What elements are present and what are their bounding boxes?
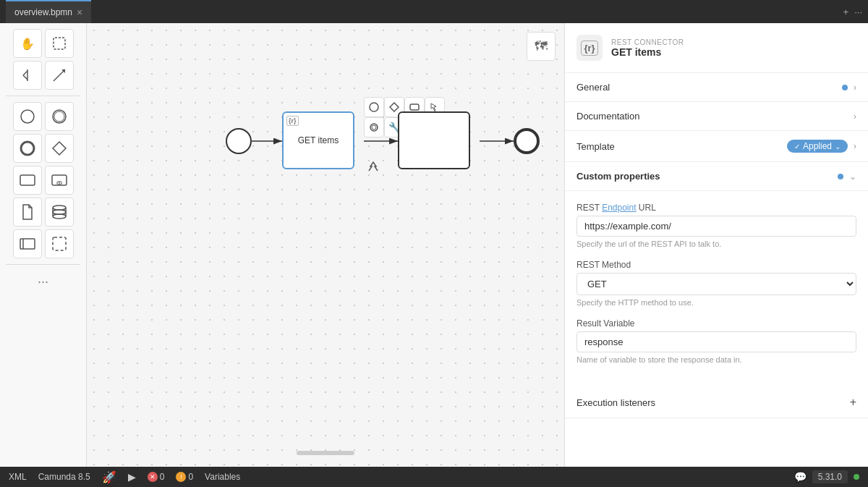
new-tab-button[interactable]: + <box>843 7 849 17</box>
execution-listeners-header[interactable]: Execution listeners + <box>565 387 868 418</box>
online-indicator <box>854 474 859 480</box>
ctx-circle2-btn[interactable] <box>364 117 384 137</box>
documentation-section-header[interactable]: Documentation › <box>565 102 868 130</box>
general-section: General › <box>565 73 868 102</box>
tool-row-2 <box>6 61 80 90</box>
group-button[interactable] <box>45 229 74 258</box>
more-tools-button[interactable]: ··· <box>6 271 80 292</box>
intermediate-event-button[interactable] <box>45 102 74 131</box>
mid-task[interactable] <box>398 111 470 169</box>
space-tool-button[interactable] <box>13 61 42 90</box>
execution-listeners-section: Execution listeners + <box>565 387 868 418</box>
general-chevron: › <box>854 82 856 93</box>
tool-row-6 <box>6 198 80 226</box>
template-section-title: Template <box>576 141 615 152</box>
tab-close-button[interactable]: × <box>77 7 82 18</box>
custom-properties-title: Custom properties <box>576 171 660 182</box>
notification-button[interactable]: 💬 <box>794 471 807 483</box>
warning-count-label: 0 <box>188 472 193 482</box>
badge-label: Applied <box>803 141 832 151</box>
service-task-get-items[interactable]: {r} GET items <box>282 111 354 169</box>
task-button[interactable] <box>13 166 42 195</box>
ctx-arrow-icon <box>367 161 379 174</box>
title-bar-actions: + ··· <box>843 7 862 17</box>
format-label: XML <box>9 472 27 482</box>
lasso-tool-button[interactable] <box>45 29 74 58</box>
custom-properties-content: REST Endpoint URL Specify the url of the… <box>565 191 868 387</box>
template-section-right: ✓ Applied ⌄ › <box>787 140 856 153</box>
general-section-right: › <box>842 82 856 93</box>
panel-connector-icon: {r} <box>576 35 603 61</box>
right-panel: {r} REST CONNECTOR GET items General › D… <box>564 23 868 467</box>
svg-line-2 <box>23 71 27 75</box>
gateway-button[interactable] <box>45 134 74 163</box>
minimap-button[interactable]: 🗺 <box>527 32 556 61</box>
ctx-circle-btn[interactable] <box>364 97 384 117</box>
general-section-header[interactable]: General › <box>565 73 868 101</box>
svg-point-31 <box>372 125 376 130</box>
error-count: ✕ 0 <box>148 472 165 482</box>
end-event[interactable] <box>514 128 540 154</box>
svg-rect-22 <box>53 237 66 250</box>
documentation-section: Documentation › <box>565 102 868 131</box>
svg-point-27 <box>370 103 378 111</box>
svg-point-15 <box>53 206 66 210</box>
svg-point-19 <box>53 210 66 214</box>
play-button[interactable]: ▶ <box>128 471 136 483</box>
rest-endpoint-url-label-highlight: Endpoint <box>602 203 636 213</box>
end-event-button[interactable] <box>13 134 42 163</box>
rest-method-hint: Specify the HTTP method to use. <box>576 298 856 307</box>
panel-subtitle: REST CONNECTOR <box>611 38 684 46</box>
documentation-section-right: › <box>854 111 856 122</box>
version-label: 5.31.0 <box>812 470 848 483</box>
title-bar: overview.bpmn × + ··· <box>0 0 868 23</box>
more-options-button[interactable]: ··· <box>854 7 862 17</box>
engine-indicator: Camunda 8.5 <box>38 472 90 482</box>
result-variable-label: Result Variable <box>576 318 856 329</box>
deploy-button[interactable]: 🚀 <box>102 470 116 484</box>
hand-tool-button[interactable]: ✋ <box>13 29 42 58</box>
variables-button[interactable]: Variables <box>205 472 240 482</box>
connect-tool-button[interactable] <box>45 61 74 90</box>
svg-marker-28 <box>390 103 399 111</box>
rest-endpoint-url-label: REST Endpoint URL <box>576 203 856 213</box>
start-event-button[interactable] <box>13 102 42 131</box>
svg-marker-10 <box>53 142 66 155</box>
svg-point-9 <box>21 142 34 155</box>
documentation-chevron: › <box>854 111 856 122</box>
tool-row-1: ✋ <box>6 29 80 58</box>
start-event[interactable] <box>226 128 252 154</box>
svg-rect-29 <box>410 104 419 110</box>
general-section-title: General <box>576 82 610 93</box>
horizontal-scrollbar[interactable] <box>297 451 354 455</box>
tool-row-7 <box>6 229 80 258</box>
pool-button[interactable] <box>13 229 42 258</box>
diagram-arrows <box>87 23 564 385</box>
template-applied-badge[interactable]: ✓ Applied ⌄ <box>787 140 848 153</box>
svg-point-18 <box>53 214 66 219</box>
data-object-button[interactable] <box>13 198 42 226</box>
toolbar-divider-1 <box>6 96 80 96</box>
data-store-button[interactable] <box>45 198 74 226</box>
documentation-section-title: Documentation <box>576 111 639 122</box>
custom-properties-header[interactable]: Custom properties ⌄ <box>565 162 868 191</box>
panel-title: GET items <box>611 46 684 58</box>
status-bar: XML Camunda 8.5 🚀 ▶ ✕ 0 ! 0 Variables 💬 … <box>0 467 868 487</box>
rest-method-group: REST Method GET POST PUT DELETE PATCH Sp… <box>576 260 856 307</box>
file-tab[interactable]: overview.bpmn × <box>6 0 91 23</box>
subprocess-button[interactable] <box>45 166 74 195</box>
format-indicator: XML <box>9 472 27 482</box>
rest-method-select[interactable]: GET POST PUT DELETE PATCH <box>576 273 856 295</box>
canvas-toolbar: 🗺 <box>527 32 556 61</box>
general-dot <box>842 85 848 90</box>
bpmn-canvas[interactable]: 🗺 {r} GET items <box>87 23 564 467</box>
result-variable-input[interactable] <box>576 331 856 352</box>
add-execution-listener-button[interactable]: + <box>850 396 856 409</box>
custom-properties-section: Custom properties ⌄ REST Endpoint URL Sp… <box>565 162 868 387</box>
rest-endpoint-url-input[interactable] <box>576 216 856 237</box>
tab-label: overview.bpmn <box>14 7 72 17</box>
template-section-header[interactable]: Template ✓ Applied ⌄ › <box>565 131 868 161</box>
main-layout: ✋ <box>0 23 868 467</box>
svg-rect-20 <box>20 239 35 249</box>
svg-rect-11 <box>20 175 35 185</box>
